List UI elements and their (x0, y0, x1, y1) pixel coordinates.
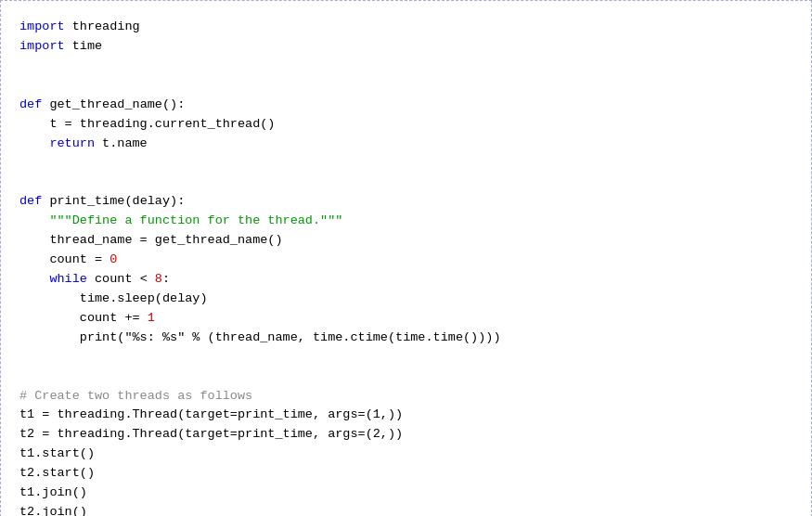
code-line: thread_name = get_thread_name() (19, 231, 793, 251)
code-editor: import threadingimport time def get_thre… (0, 0, 812, 516)
code-content: import threadingimport time def get_thre… (19, 18, 793, 516)
code-line: # Create two threads as follows (19, 387, 793, 406)
code-token: count += (19, 311, 148, 325)
code-line: t1.start() (19, 445, 793, 464)
code-token: return (49, 136, 95, 150)
code-token: def (19, 97, 42, 111)
code-token: t1.join() (19, 485, 87, 499)
code-line (19, 368, 793, 387)
code-line (19, 348, 793, 368)
code-token (19, 272, 49, 286)
code-line: t = threading.current_thread() (19, 115, 793, 135)
code-token: while (49, 272, 87, 286)
code-line (19, 76, 793, 96)
code-token: count = (19, 252, 110, 266)
code-line: t1.join() (19, 484, 793, 503)
code-token (19, 213, 49, 227)
code-line: while count < 8: (19, 270, 793, 290)
code-token: threading (65, 19, 140, 33)
code-line: t1 = threading.Thread(target=print_time,… (19, 406, 793, 425)
code-token (19, 136, 49, 150)
code-line (19, 57, 793, 76)
code-token: def (19, 194, 42, 208)
code-token: t1.start() (19, 446, 95, 460)
code-line (19, 173, 793, 192)
code-token: time.sleep(delay) (19, 291, 208, 305)
code-line: t2.join() (19, 503, 793, 516)
code-line (19, 153, 793, 173)
code-token: t = threading.current_thread() (19, 117, 275, 131)
code-token: import (19, 19, 65, 33)
code-token: print_time(delay): (42, 194, 185, 208)
code-token: """Define a function for the thread.""" (49, 213, 342, 227)
code-token: t.name (95, 136, 148, 150)
code-token: : (162, 272, 170, 286)
code-token: 8 (155, 272, 162, 286)
code-line: """Define a function for the thread.""" (19, 212, 793, 231)
code-token: print("%s: %s" % (thread_name, time.ctim… (19, 330, 500, 344)
code-token: count < (87, 272, 155, 286)
code-token: 1 (148, 311, 155, 325)
code-line: time.sleep(delay) (19, 290, 793, 309)
code-token: thread_name = get_thread_name() (19, 233, 283, 247)
code-token: t2.start() (19, 466, 95, 480)
code-token: t2.join() (19, 505, 87, 516)
code-line: def print_time(delay): (19, 192, 793, 212)
code-line: import time (19, 37, 793, 57)
code-line: t2.start() (19, 464, 793, 484)
code-line: t2 = threading.Thread(target=print_time,… (19, 425, 793, 445)
code-token: # Create two threads as follows (19, 389, 252, 403)
code-token: t1 = threading.Thread(target=print_time,… (19, 407, 403, 421)
code-token: get_thread_name(): (42, 97, 185, 111)
code-line: count = 0 (19, 251, 793, 270)
code-line: print("%s: %s" % (thread_name, time.ctim… (19, 329, 793, 348)
code-token: t2 = threading.Thread(target=print_time,… (19, 427, 403, 441)
code-token: import (19, 39, 65, 53)
code-line: def get_thread_name(): (19, 96, 793, 115)
code-line: return t.name (19, 135, 793, 154)
code-token: time (65, 39, 103, 53)
code-line: import threading (19, 18, 793, 37)
code-line: count += 1 (19, 309, 793, 329)
code-token: 0 (110, 252, 117, 266)
